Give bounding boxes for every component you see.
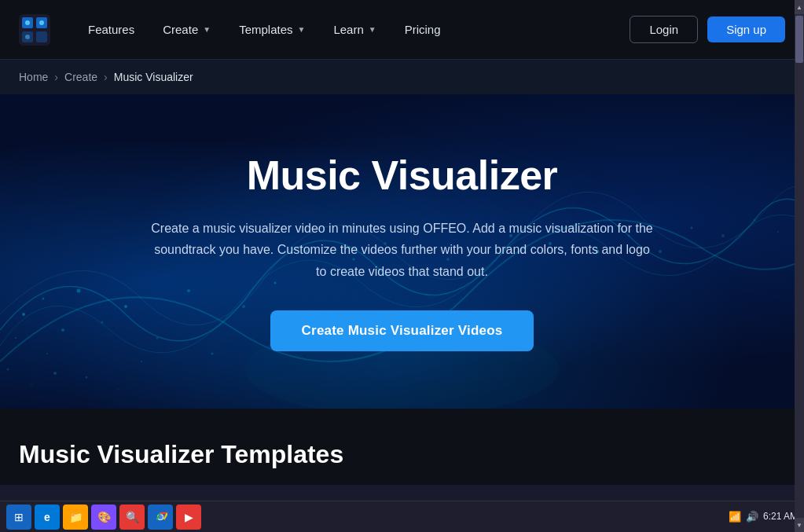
svg-point-6 — [39, 20, 44, 25]
svg-point-24 — [211, 353, 214, 355]
learn-chevron-icon: ▼ — [369, 25, 376, 34]
breadcrumb-sep-2: › — [104, 71, 108, 83]
svg-point-32 — [659, 250, 662, 253]
scrollbar-track — [795, 14, 804, 485]
nav-templates[interactable]: Templates ▼ — [226, 17, 318, 42]
cta-button[interactable]: Create Music Visualizer Videos — [270, 310, 534, 351]
navbar: Features Create ▼ Templates ▼ Learn ▼ Pr… — [0, 0, 804, 60]
svg-point-14 — [46, 353, 48, 354]
breadcrumb-create[interactable]: Create — [64, 71, 97, 83]
svg-point-19 — [7, 369, 9, 371]
svg-point-5 — [25, 20, 30, 25]
svg-point-23 — [117, 388, 119, 390]
create-chevron-icon: ▼ — [203, 25, 211, 34]
svg-point-11 — [15, 337, 17, 339]
svg-point-21 — [53, 372, 57, 375]
below-hero-section: Music Visualizer Templates — [0, 409, 804, 485]
logo[interactable] — [19, 14, 50, 46]
section-title: Music Visualizer Templates — [19, 440, 785, 469]
svg-point-13 — [101, 321, 104, 324]
nav-create[interactable]: Create ▼ — [150, 17, 223, 42]
breadcrumb: Home › Create › Music Visualizer — [0, 60, 804, 94]
hero-content: Music Visualizer Create a music visualiz… — [151, 152, 654, 351]
svg-point-15 — [124, 305, 127, 308]
svg-rect-4 — [36, 31, 47, 42]
svg-point-8 — [22, 313, 25, 316]
svg-point-22 — [86, 376, 88, 379]
scrollbar: ▲ ▼ — [795, 0, 804, 485]
svg-point-18 — [141, 361, 142, 362]
svg-point-7 — [25, 35, 30, 39]
hero-title: Music Visualizer — [151, 152, 654, 199]
breadcrumb-home[interactable]: Home — [19, 71, 48, 83]
nav-features[interactable]: Features — [75, 17, 147, 42]
hero-description: Create a music visualizer video in minut… — [151, 218, 654, 282]
nav-links: Features Create ▼ Templates ▼ Learn ▼ Pr… — [75, 17, 630, 42]
login-button[interactable]: Login — [630, 16, 698, 43]
svg-point-33 — [691, 227, 693, 229]
svg-point-9 — [42, 298, 45, 300]
svg-point-34 — [721, 234, 725, 237]
breadcrumb-current: Music Visualizer — [114, 71, 193, 83]
nav-learn[interactable]: Learn ▼ — [321, 17, 388, 42]
templates-chevron-icon: ▼ — [298, 25, 306, 34]
svg-point-35 — [754, 219, 756, 222]
svg-point-10 — [61, 328, 64, 332]
nav-pricing[interactable]: Pricing — [392, 17, 453, 42]
svg-point-36 — [777, 231, 779, 233]
scrollbar-thumb[interactable] — [795, 16, 803, 63]
hero-section: Music Visualizer Create a music visualiz… — [0, 94, 804, 409]
nav-auth: Login Sign up — [630, 16, 785, 43]
svg-point-20 — [31, 384, 32, 386]
svg-point-12 — [77, 289, 81, 293]
scrollbar-up-button[interactable]: ▲ — [795, 0, 804, 14]
breadcrumb-sep-1: › — [54, 71, 58, 83]
signup-button[interactable]: Sign up — [707, 17, 785, 42]
